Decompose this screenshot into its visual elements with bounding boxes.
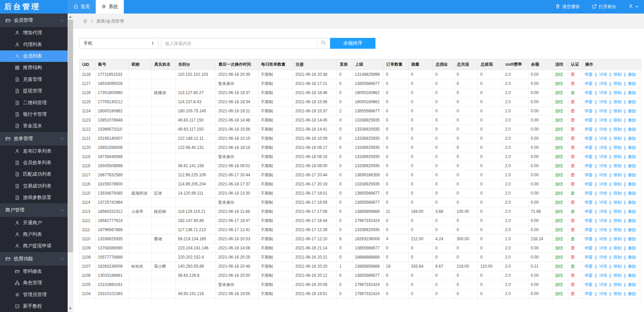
cell-freeze[interactable]: 冻结 xyxy=(552,70,568,79)
cell-freeze[interactable]: 冻结 xyxy=(552,152,568,161)
row-action-popup[interactable]: 弹窗 xyxy=(584,218,593,223)
row-action-delete[interactable]: 删除 xyxy=(628,118,636,122)
sidebar-item-agent-list[interactable]: 代理列表 xyxy=(0,39,68,50)
scrollbar-up-arrow[interactable] xyxy=(69,16,72,18)
sidebar-section-merchant-management[interactable]: 商户管理 xyxy=(0,203,68,217)
row-action-restrict[interactable]: 限制 xyxy=(614,154,622,159)
row-action-popup[interactable]: 弹窗 xyxy=(584,227,593,232)
row-action-restrict[interactable]: 限制 xyxy=(614,163,622,168)
cell-freeze[interactable]: 冻结 xyxy=(552,180,568,189)
row-action-details[interactable]: 详情 xyxy=(599,99,607,104)
row-action-restrict[interactable]: 限制 xyxy=(614,191,622,196)
row-action-popup[interactable]: 弹窗 xyxy=(584,246,593,250)
row-action-delete[interactable]: 删除 xyxy=(628,109,636,113)
row-action-delete[interactable]: 删除 xyxy=(628,282,636,287)
row-action-details[interactable]: 详情 xyxy=(599,291,607,296)
row-action-restrict[interactable]: 限制 xyxy=(614,246,622,250)
row-action-details[interactable]: 详情 xyxy=(599,264,607,269)
sidebar-item-open-merchant[interactable]: 开通商户 xyxy=(0,217,68,228)
row-action-restrict[interactable]: 限制 xyxy=(614,273,622,278)
sidebar-item-recharge-management[interactable]: 充值管理 xyxy=(0,74,68,85)
row-action-details[interactable]: 详情 xyxy=(599,191,607,196)
cell-freeze[interactable]: 冻结 xyxy=(552,244,568,253)
row-action-details[interactable]: 详情 xyxy=(599,109,607,113)
row-action-details[interactable]: 详情 xyxy=(599,218,607,223)
open-frontend-button[interactable]: 打开前台 xyxy=(592,4,616,10)
row-action-restrict[interactable]: 限制 xyxy=(614,145,622,150)
scrollbar-thumb[interactable] xyxy=(68,20,73,252)
row-action-popup[interactable]: 弹窗 xyxy=(584,81,593,86)
row-action-delete[interactable]: 删除 xyxy=(628,246,636,250)
sidebar-section-member-management[interactable]: 会员管理 xyxy=(0,14,68,27)
row-action-popup[interactable]: 弹窗 xyxy=(584,282,593,287)
cell-freeze[interactable]: 冻结 xyxy=(552,216,568,225)
sidebar-item-transaction-success-list[interactable]: 交易成功列表 xyxy=(0,180,68,192)
row-action-delete[interactable]: 删除 xyxy=(628,127,636,132)
row-action-details[interactable]: 详情 xyxy=(599,90,607,95)
row-action-restrict[interactable]: 限制 xyxy=(614,81,622,86)
row-action-delete[interactable]: 删除 xyxy=(628,145,636,150)
cell-freeze[interactable]: 冻结 xyxy=(552,97,568,107)
sidebar-item-referral-structure[interactable]: 推荐结构 xyxy=(0,62,68,73)
row-action-popup[interactable]: 弹窗 xyxy=(584,163,593,168)
cell-freeze[interactable]: 冻结 xyxy=(552,225,568,235)
row-action-popup[interactable]: 弹窗 xyxy=(584,209,593,214)
balance-sort-button[interactable]: 余额排序 xyxy=(330,38,375,49)
row-action-popup[interactable]: 弹窗 xyxy=(584,72,593,77)
cell-freeze[interactable]: 冻结 xyxy=(552,271,568,280)
row-action-restrict[interactable]: 限制 xyxy=(614,90,622,95)
row-action-popup[interactable]: 弹窗 xyxy=(584,237,593,241)
row-action-details[interactable]: 详情 xyxy=(599,81,607,86)
cell-freeze[interactable]: 冻结 xyxy=(552,161,568,171)
tab-home[interactable]: 首页 xyxy=(68,0,96,14)
search-field-select[interactable]: 手机 xyxy=(79,38,158,49)
cell-freeze[interactable]: 冻结 xyxy=(552,88,568,97)
row-action-restrict[interactable]: 限制 xyxy=(614,264,622,269)
row-action-details[interactable]: 详情 xyxy=(599,182,607,186)
cell-freeze[interactable]: 冻结 xyxy=(552,253,568,262)
row-action-delete[interactable]: 删除 xyxy=(628,99,636,104)
row-action-details[interactable]: 详情 xyxy=(599,209,607,214)
row-action-delete[interactable]: 删除 xyxy=(628,264,636,269)
row-action-delete[interactable]: 删除 xyxy=(628,273,636,278)
cell-freeze[interactable]: 冻结 xyxy=(552,116,568,125)
row-action-restrict[interactable]: 限制 xyxy=(614,209,622,214)
row-action-restrict[interactable]: 限制 xyxy=(614,218,622,223)
row-action-details[interactable]: 详情 xyxy=(599,72,607,77)
row-action-delete[interactable]: 删除 xyxy=(628,200,636,205)
cell-freeze[interactable]: 冻结 xyxy=(552,79,568,88)
sidebar-item-add-agent[interactable]: 增加代理 xyxy=(0,27,68,39)
row-action-delete[interactable]: 删除 xyxy=(628,227,636,232)
search-input[interactable] xyxy=(161,38,317,49)
row-action-restrict[interactable]: 限制 xyxy=(614,127,622,132)
row-action-delete[interactable]: 删除 xyxy=(628,191,636,196)
row-action-delete[interactable]: 删除 xyxy=(628,218,636,223)
cell-freeze[interactable]: 冻结 xyxy=(552,262,568,271)
row-action-delete[interactable]: 删除 xyxy=(628,237,636,241)
cell-freeze[interactable]: 冻结 xyxy=(552,198,568,207)
row-action-restrict[interactable]: 限制 xyxy=(614,136,622,141)
cell-freeze[interactable]: 冻结 xyxy=(552,125,568,134)
row-action-restrict[interactable]: 限制 xyxy=(614,182,622,186)
row-action-delete[interactable]: 删除 xyxy=(628,136,636,141)
row-action-details[interactable]: 详情 xyxy=(599,127,607,132)
sidebar-item-role-management[interactable]: 角色管理 xyxy=(0,277,68,289)
row-action-details[interactable]: 详情 xyxy=(599,227,607,232)
row-action-delete[interactable]: 删除 xyxy=(628,90,636,95)
row-action-popup[interactable]: 弹窗 xyxy=(584,273,593,278)
row-action-delete[interactable]: 删除 xyxy=(628,72,636,77)
sidebar-item-fund-flow[interactable]: 资金流水 xyxy=(0,120,68,132)
row-action-popup[interactable]: 弹窗 xyxy=(584,145,593,150)
sidebar-scrollbar[interactable] xyxy=(68,14,73,312)
row-action-restrict[interactable]: 限制 xyxy=(614,282,622,287)
row-action-popup[interactable]: 弹窗 xyxy=(584,255,593,260)
row-action-popup[interactable]: 弹窗 xyxy=(584,109,593,113)
sidebar-item-member-list[interactable]: 会员列表 xyxy=(0,50,68,62)
row-action-details[interactable]: 详情 xyxy=(599,273,607,278)
sidebar-item-member-grab-order-list[interactable]: 会员抢单列表 xyxy=(0,157,68,169)
cell-freeze[interactable]: 冻结 xyxy=(552,134,568,143)
row-action-popup[interactable]: 弹窗 xyxy=(584,200,593,205)
sidebar-item-beginner-tutorial[interactable]: 新手教程 xyxy=(0,300,68,312)
row-action-popup[interactable]: 弹窗 xyxy=(584,127,593,132)
row-action-delete[interactable]: 删除 xyxy=(628,163,636,168)
